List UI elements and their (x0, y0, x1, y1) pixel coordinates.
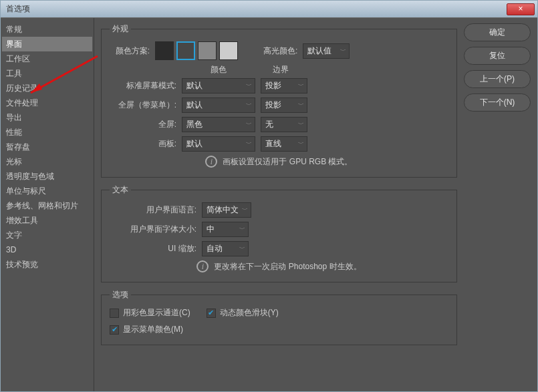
sidebar-item-history[interactable]: 历史记录 (2, 81, 92, 95)
group-text: 文本 用户界面语言: 简体中文 用户界面字体大小: 中 UI 缩放: 自动 i … (101, 184, 457, 282)
color-scheme-swatches (155, 41, 238, 60)
select-standard-color[interactable]: 默认 (182, 78, 255, 93)
group-options: 选项 用彩色显示通道(C) 动态颜色滑块(Y) 显示菜单颜色(M) (101, 289, 457, 345)
select-ui-fontsize[interactable]: 中 (202, 222, 249, 237)
checkbox-menu-colors[interactable] (110, 325, 119, 335)
select-fullscreen-color[interactable]: 黑色 (182, 117, 255, 132)
close-button[interactable]: × (507, 3, 535, 15)
sidebar-item-3d[interactable]: 3D (2, 242, 92, 257)
right-button-panel: 确定 复位 上一个(P) 下一个(N) (464, 18, 537, 391)
group-appearance-legend: 外观 (110, 23, 131, 35)
select-ui-language[interactable]: 简体中文 (202, 202, 251, 218)
label-fullscreen: 全屏: (110, 119, 176, 130)
label-dynamic-sliders: 动态颜色滑块(Y) (220, 307, 279, 319)
preferences-window: 首选项 × 常规 界面 工作区 工具 历史记录 文件处理 导出 性能 暂存盘 光… (0, 0, 538, 392)
sidebar-item-workspace[interactable]: 工作区 (2, 51, 92, 66)
swatch-dark[interactable] (176, 41, 195, 60)
sidebar-item-type[interactable]: 文字 (2, 228, 92, 242)
swatch-lightest[interactable] (219, 41, 238, 60)
label-ui-fontsize: 用户界面字体大小: (110, 224, 196, 235)
col-header-border: 边界 (261, 64, 301, 75)
info-icon: i (196, 260, 209, 272)
label-color-channels: 用彩色显示通道(C) (123, 307, 190, 319)
swatch-light[interactable] (198, 41, 217, 60)
sidebar-item-general[interactable]: 常规 (2, 22, 92, 37)
select-fsmenu-color[interactable]: 默认 (182, 97, 255, 113)
select-artboard-color[interactable]: 默认 (182, 136, 255, 152)
info-icon: i (205, 156, 217, 168)
sidebar-item-export[interactable]: 导出 (2, 110, 92, 125)
label-color-scheme: 颜色方案: (110, 45, 150, 57)
label-ui-scale: UI 缩放: (110, 243, 196, 254)
checkbox-color-channels[interactable] (110, 309, 119, 318)
sidebar-item-tools[interactable]: 工具 (2, 66, 92, 81)
col-header-color: 颜色 (182, 64, 255, 75)
text-note: 更改将在下一次启动 Photoshop 时生效。 (214, 261, 361, 272)
sidebar-item-units[interactable]: 单位与标尺 (2, 184, 92, 198)
sidebar-item-cursors[interactable]: 光标 (2, 154, 92, 169)
titlebar: 首选项 × (1, 1, 537, 18)
close-icon: × (518, 4, 523, 13)
appearance-note: 画板设置仅适用于 GPU RGB 模式。 (223, 156, 352, 168)
sidebar-item-filehandling[interactable]: 文件处理 (2, 95, 92, 110)
next-button[interactable]: 下一个(N) (464, 93, 531, 112)
sidebar-item-performance[interactable]: 性能 (2, 125, 92, 140)
sidebar-item-interface[interactable]: 界面 (2, 37, 92, 51)
checkbox-dynamic-sliders[interactable] (207, 309, 216, 318)
ok-button[interactable]: 确定 (464, 23, 531, 41)
swatch-darkest[interactable] (155, 41, 174, 60)
select-fsmenu-border[interactable]: 投影 (261, 97, 307, 113)
select-standard-border[interactable]: 投影 (261, 78, 307, 93)
label-highlight-color: 高光颜色: (263, 45, 297, 57)
group-appearance: 外观 颜色方案: 高光颜色: 默认值 颜色 边界 (101, 23, 457, 178)
reset-button[interactable]: 复位 (464, 47, 531, 65)
select-highlight-color[interactable]: 默认值 (303, 43, 350, 59)
content: 常规 界面 工作区 工具 历史记录 文件处理 导出 性能 暂存盘 光标 透明度与… (1, 18, 537, 391)
prev-button[interactable]: 上一个(P) (464, 70, 531, 88)
group-options-legend: 选项 (110, 289, 131, 301)
window-title: 首选项 (6, 3, 30, 15)
sidebar: 常规 界面 工作区 工具 历史记录 文件处理 导出 性能 暂存盘 光标 透明度与… (1, 18, 94, 391)
sidebar-item-scratchdisks[interactable]: 暂存盘 (2, 140, 92, 154)
label-standard-screen: 标准屏幕模式: (110, 80, 176, 91)
select-artboard-border[interactable]: 直线 (261, 136, 307, 152)
label-fullscreen-menu: 全屏（带菜单）: (110, 100, 176, 111)
sidebar-item-transparency[interactable]: 透明度与色域 (2, 169, 92, 184)
select-ui-scale[interactable]: 自动 (202, 241, 249, 256)
sidebar-item-plugins[interactable]: 增效工具 (2, 213, 92, 228)
sidebar-item-techpreview[interactable]: 技术预览 (2, 257, 92, 272)
group-text-legend: 文本 (110, 184, 131, 196)
main-panel: 外观 颜色方案: 高光颜色: 默认值 颜色 边界 (94, 18, 464, 391)
label-artboard: 画板: (110, 138, 176, 150)
select-fullscreen-border[interactable]: 无 (261, 117, 307, 132)
label-menu-colors: 显示菜单颜色(M) (123, 324, 183, 335)
sidebar-item-guides[interactable]: 参考线、网格和切片 (2, 198, 92, 213)
label-ui-language: 用户界面语言: (110, 204, 196, 216)
